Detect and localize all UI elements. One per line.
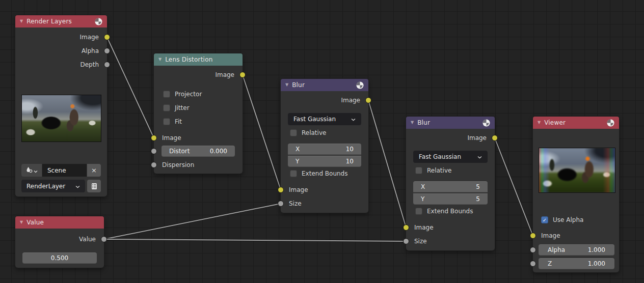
node-header[interactable]: ▼ Render Layers <box>15 15 107 27</box>
checkbox-label: Fit <box>175 118 182 125</box>
node-header[interactable]: ▼ Value <box>15 216 104 229</box>
checkbox-label: Jitter <box>175 104 190 111</box>
scene-unlink-button[interactable]: × <box>87 164 101 177</box>
socket-output-image[interactable] <box>492 135 498 141</box>
node-header[interactable]: ▼ Blur <box>406 117 495 129</box>
checkbox-label: Use Alpha <box>553 216 583 223</box>
material-sphere-icon <box>482 119 490 127</box>
scene-icon <box>26 165 33 175</box>
fit-checkbox[interactable] <box>163 118 170 125</box>
chevron-down-icon <box>75 183 80 190</box>
scene-name-field[interactable]: Scene <box>42 164 87 177</box>
field-value: 0.000 <box>210 148 227 155</box>
x-field[interactable]: X 5 <box>413 181 488 192</box>
collapse-arrow-icon[interactable]: ▼ <box>20 220 23 224</box>
node-value[interactable]: ▼ Value Value 0.500 <box>15 216 104 268</box>
input-label: Dispersion <box>162 161 194 168</box>
material-sphere-icon <box>95 18 102 25</box>
node-render-layers[interactable]: ▼ Render Layers Image Alpha Depth Scene … <box>15 15 107 196</box>
input-label: Image <box>289 186 308 193</box>
extend-bounds-checkbox[interactable] <box>415 208 422 215</box>
node-link[interactable] <box>495 138 533 236</box>
render-layer-selector[interactable]: RenderLayer <box>21 180 101 192</box>
collapse-arrow-icon[interactable]: ▼ <box>411 121 414 125</box>
node-editor-canvas[interactable]: ▼ Render Layers Image Alpha Depth Scene … <box>0 0 644 283</box>
node-header[interactable]: ▼ Viewer <box>533 117 619 129</box>
alpha-field[interactable]: Alpha 1.000 <box>539 244 614 256</box>
socket-input-size[interactable] <box>403 238 409 244</box>
node-link[interactable] <box>368 100 406 228</box>
jitter-checkbox[interactable] <box>163 104 170 111</box>
socket-output-value[interactable] <box>101 236 107 242</box>
socket-input-distort[interactable] <box>151 148 157 154</box>
socket-output-image[interactable] <box>239 72 246 78</box>
node-header[interactable]: ▼ Blur <box>281 79 368 91</box>
socket-output-image[interactable] <box>365 97 371 103</box>
use-alpha-checkbox[interactable]: ✓ <box>541 216 548 223</box>
chevron-down-icon <box>34 165 38 175</box>
node-link[interactable] <box>104 204 281 239</box>
y-field[interactable]: Y 10 <box>288 156 361 167</box>
field-value: 10 <box>346 146 354 153</box>
socket-input-image[interactable] <box>151 135 157 141</box>
checkbox-label: Extend Bounds <box>302 170 347 177</box>
socket-output-depth[interactable] <box>104 62 110 68</box>
node-blur-1[interactable]: ▼ Blur Image Fast Gaussian Relative X 10… <box>281 79 368 213</box>
collapse-arrow-icon[interactable]: ▼ <box>538 121 541 125</box>
node-link[interactable] <box>104 239 406 241</box>
extend-bounds-checkbox[interactable] <box>290 170 297 177</box>
socket-input-image[interactable] <box>278 187 284 193</box>
field-label: Z <box>548 260 552 267</box>
viewer-preview-image <box>539 148 615 193</box>
render-preview-image <box>21 95 101 142</box>
node-link[interactable] <box>243 75 281 190</box>
checkbox-label: Relative <box>302 129 326 136</box>
output-label: Image <box>341 97 360 104</box>
input-label: Size <box>289 200 302 207</box>
collapse-arrow-icon[interactable]: ▼ <box>20 19 23 23</box>
input-label: Image <box>162 134 181 142</box>
scene-browse-button[interactable] <box>21 164 42 177</box>
blur-filter-dropdown[interactable]: Fast Gaussian <box>288 113 361 125</box>
projector-checkbox[interactable] <box>163 91 170 98</box>
y-field[interactable]: Y 5 <box>413 193 488 205</box>
node-blur-2[interactable]: ▼ Blur Image Fast Gaussian Relative X 5 … <box>406 117 495 250</box>
socket-input-dispersion[interactable] <box>151 162 157 168</box>
value-field[interactable]: 0.500 <box>22 252 97 264</box>
render-layers-icon-button[interactable] <box>87 180 101 192</box>
checkbox-label: Extend Bounds <box>427 208 473 215</box>
node-viewer[interactable]: ▼ Viewer ✓ Use Alpha Image Alpha 1.000 Z… <box>533 117 619 272</box>
blur-filter-dropdown[interactable]: Fast Gaussian <box>413 151 488 163</box>
render-layer-name: RenderLayer <box>26 183 65 190</box>
checkbox-label: Relative <box>427 167 451 174</box>
node-lens-distortion[interactable]: ▼ Lens Distortion Image Projector Jitter… <box>154 53 243 174</box>
scene-selector[interactable]: Scene × <box>21 164 101 177</box>
relative-checkbox[interactable] <box>415 167 422 174</box>
socket-input-image[interactable] <box>530 233 536 239</box>
output-label: Image <box>467 134 487 142</box>
distort-field[interactable]: Distort 0.000 <box>162 146 235 157</box>
node-header[interactable]: ▼ Lens Distortion <box>154 53 243 66</box>
socket-output-alpha[interactable] <box>104 48 110 54</box>
render-layer-dropdown[interactable]: RenderLayer <box>21 180 85 192</box>
output-label: Alpha <box>82 47 99 54</box>
x-field[interactable]: X 10 <box>288 144 361 155</box>
field-value: 5 <box>476 195 480 203</box>
socket-output-image[interactable] <box>104 34 110 40</box>
relative-checkbox[interactable] <box>290 129 297 136</box>
socket-input-size[interactable] <box>278 201 284 207</box>
collapse-arrow-icon[interactable]: ▼ <box>285 83 288 87</box>
field-label: Y <box>296 158 299 165</box>
collapse-arrow-icon[interactable]: ▼ <box>158 58 162 62</box>
field-value: 0.500 <box>51 254 68 262</box>
node-link[interactable] <box>107 37 154 138</box>
node-title: Blur <box>417 119 430 126</box>
z-field[interactable]: Z 1.000 <box>539 258 614 269</box>
socket-input-image[interactable] <box>403 224 409 231</box>
output-label: Depth <box>80 61 99 68</box>
field-value: 1.000 <box>588 260 605 267</box>
output-label: Value <box>79 236 96 243</box>
socket-input-alpha[interactable] <box>530 247 536 253</box>
node-title: Lens Distortion <box>165 56 212 63</box>
socket-input-z[interactable] <box>530 261 536 267</box>
